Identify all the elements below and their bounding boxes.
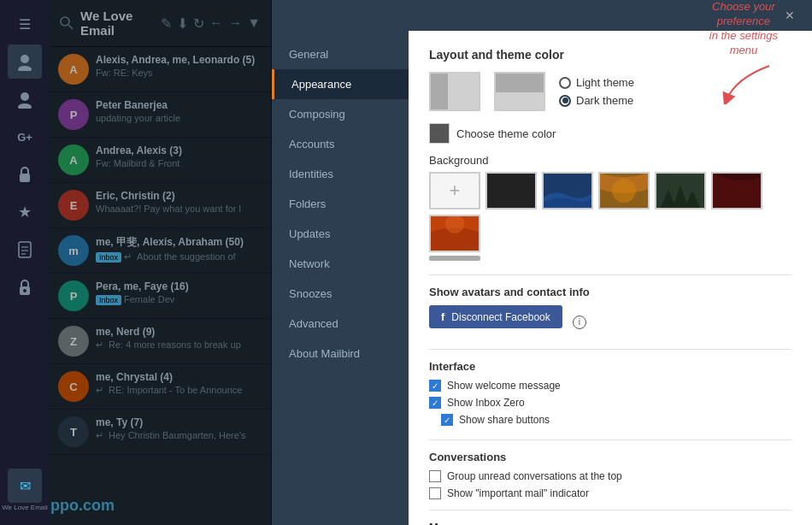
radio-light-label: Light theme: [576, 76, 634, 89]
interface-title: Interface: [429, 360, 791, 373]
radio-dark-label: Dark theme: [576, 94, 633, 107]
sidebar-weloveemail-label: We Love Email: [2, 504, 48, 511]
facebook-row: f Disconnect Facebook i: [429, 305, 791, 339]
nav-accounts[interactable]: Accounts: [272, 129, 409, 159]
selected-bg-indicator: [429, 256, 480, 261]
background-section: Background +: [429, 154, 791, 261]
checkbox-inboxzero-label: Show Inbox Zero: [447, 397, 525, 409]
background-gold-thumb[interactable]: [598, 172, 650, 209]
checkbox-welcome-label: Show welcome message: [447, 380, 561, 392]
conversations-title: Conversations: [429, 451, 791, 463]
sidebar-lock-icon[interactable]: [8, 157, 42, 192]
checkbox-sharebuttons[interactable]: Show share buttons: [441, 414, 791, 426]
nav-network[interactable]: Network: [272, 249, 409, 279]
disconnect-facebook-button[interactable]: f Disconnect Facebook: [429, 305, 562, 328]
settings-content: Layout and theme color: [409, 31, 812, 525]
choose-theme-color-label: Choose theme color: [456, 127, 556, 140]
radio-dark-circle: [559, 95, 571, 107]
nav-folders[interactable]: Folders: [272, 189, 409, 219]
messages-label: Messages: [429, 521, 791, 525]
nav-identities[interactable]: Identities: [272, 159, 409, 189]
checkbox-important-mail[interactable]: Show "important mail" indicator: [429, 487, 791, 499]
sidebar-lock2-icon[interactable]: [8, 270, 42, 304]
divider-2: [429, 349, 791, 350]
sidebar-menu-icon[interactable]: ☰: [8, 7, 42, 41]
radio-light-circle: [559, 77, 571, 89]
checkbox-group-unread[interactable]: Group unread conversations at the top: [429, 470, 791, 482]
settings-header: ✕: [272, 0, 812, 31]
background-dark-thumb[interactable]: [485, 172, 537, 209]
interface-section: Interface Show welcome message Show Inbo…: [429, 360, 791, 426]
divider-3: [429, 439, 791, 440]
layout-option-2[interactable]: [494, 72, 545, 111]
nav-composing[interactable]: Composing: [272, 99, 409, 129]
show-avatars-title: Show avatars and contact info: [429, 286, 791, 298]
theme-row: Light theme Dark theme: [429, 72, 791, 111]
checkbox-group-unread-box: [429, 470, 441, 482]
checkbox-welcome[interactable]: Show welcome message: [429, 380, 791, 392]
nav-appearance[interactable]: Appearance: [272, 69, 409, 99]
svg-point-0: [21, 55, 29, 63]
layout-theme-title: Layout and theme color: [429, 48, 791, 62]
svg-rect-4: [20, 174, 30, 182]
background-sunset-thumb[interactable]: [429, 215, 480, 252]
checkbox-inboxzero-box: [429, 397, 441, 409]
sidebar-note-icon[interactable]: [8, 233, 42, 267]
svg-point-2: [21, 92, 29, 101]
settings-body: General Appearance Composing Accounts Id…: [272, 31, 812, 525]
radio-dark-theme[interactable]: Dark theme: [559, 94, 634, 107]
nav-about[interactable]: About Mailbird: [272, 339, 409, 369]
disconnect-facebook-label: Disconnect Facebook: [451, 311, 550, 323]
sidebar-google-icon[interactable]: G+: [8, 120, 42, 154]
nav-advanced[interactable]: Advanced: [272, 309, 409, 339]
sidebar: ☰ G+ ★ ✉ We Love Email: [0, 0, 50, 525]
svg-point-15: [612, 179, 636, 203]
nav-general[interactable]: General: [272, 39, 409, 69]
background-blue-thumb[interactable]: [542, 172, 593, 209]
avatars-section: Show avatars and contact info f Disconne…: [429, 286, 791, 339]
checkbox-sharebuttons-label: Show share buttons: [459, 414, 550, 426]
settings-close-button[interactable]: ✕: [781, 7, 798, 24]
settings-nav: General Appearance Composing Accounts Id…: [272, 31, 409, 525]
theme-color-row: Choose theme color: [429, 123, 791, 144]
checkbox-inboxzero[interactable]: Show Inbox Zero: [429, 397, 791, 409]
settings-overlay: Choose your preference in the settings m…: [50, 0, 812, 525]
sidebar-weloveemail-item[interactable]: ✉ We Love Email: [2, 469, 48, 518]
sidebar-star-icon[interactable]: ★: [8, 195, 42, 229]
divider-4: [429, 510, 791, 510]
conversations-section: Conversations Group unread conversations…: [429, 451, 791, 499]
svg-rect-5: [19, 242, 31, 257]
background-images: +: [429, 172, 791, 252]
layout-option-1[interactable]: [429, 72, 480, 111]
svg-point-10: [23, 289, 26, 292]
sidebar-avatar-icon[interactable]: [8, 44, 42, 79]
checkbox-sharebuttons-box: [441, 414, 453, 426]
radio-light-theme[interactable]: Light theme: [559, 76, 634, 89]
theme-color-swatch[interactable]: [429, 123, 450, 144]
facebook-icon: f: [441, 310, 444, 323]
background-add-button[interactable]: +: [429, 172, 480, 209]
nav-snoozes[interactable]: Snoozes: [272, 279, 409, 309]
checkbox-welcome-box: [429, 380, 441, 392]
svg-point-3: [18, 103, 32, 109]
sidebar-profile-icon[interactable]: [8, 82, 42, 116]
theme-radio-group: Light theme Dark theme: [559, 76, 634, 107]
settings-dialog: Choose your preference in the settings m…: [272, 0, 812, 525]
background-darkred-thumb[interactable]: [711, 172, 762, 209]
checkbox-important-mail-label: Show "important mail" indicator: [447, 487, 589, 499]
info-icon[interactable]: i: [573, 316, 586, 329]
nav-updates[interactable]: Updates: [272, 219, 409, 249]
checkbox-group-unread-label: Group unread conversations at the top: [447, 470, 622, 482]
checkbox-important-mail-box: [429, 487, 441, 499]
divider-1: [429, 274, 791, 275]
background-forest-thumb[interactable]: [655, 172, 706, 209]
background-label: Background: [429, 154, 791, 167]
svg-point-1: [18, 66, 32, 71]
